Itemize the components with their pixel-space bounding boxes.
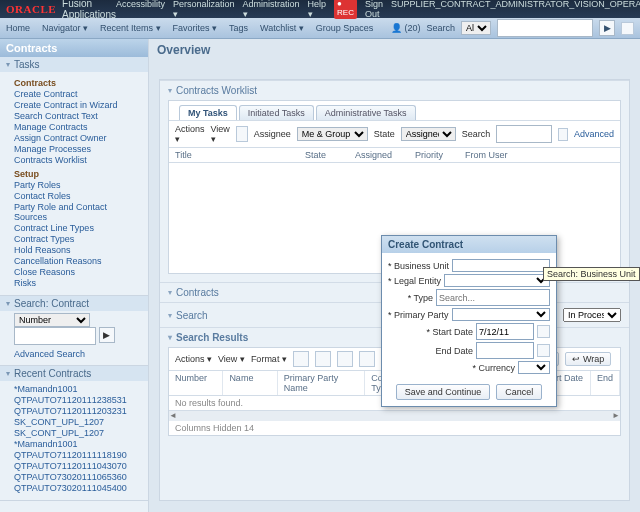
link-create-contract[interactable]: Create Contract [14, 89, 142, 99]
rec-badge: ● REC [334, 0, 357, 19]
menu-home[interactable]: Home [6, 23, 30, 33]
state-select[interactable]: Assigned [401, 127, 456, 141]
user-name: SUPPLIER_CONTRACT_ADMINISTRATOR_VISION_O… [391, 0, 640, 19]
recent-header[interactable]: Recent Contracts [0, 366, 148, 381]
recent-item[interactable]: SK_CONT_UPL_1207 [14, 417, 142, 427]
search-go[interactable]: ▶ [99, 327, 115, 343]
col-title[interactable]: Title [175, 150, 295, 160]
global-search-scope[interactable]: All ▾ [461, 21, 491, 35]
menu-watchlist[interactable]: Watchlist ▾ [260, 23, 304, 33]
col-state[interactable]: State [305, 150, 345, 160]
refresh-icon[interactable] [236, 126, 248, 142]
worklist-actions[interactable]: Actions ▾ [175, 124, 205, 144]
link-line-types[interactable]: Contract Line Types [14, 223, 142, 233]
watch-count[interactable]: 👤 (20) [391, 23, 421, 33]
col-end[interactable]: End [591, 371, 620, 395]
wrap-button[interactable]: ↩ Wrap [565, 352, 611, 366]
menu-favorites[interactable]: Favorites ▾ [173, 23, 218, 33]
link-cancel-reasons[interactable]: Cancellation Reasons [14, 256, 142, 266]
link-search-text[interactable]: Search Contract Text [14, 111, 142, 121]
pp-select[interactable] [452, 308, 550, 321]
save-continue-button[interactable]: Save and Continue [396, 384, 491, 400]
link-party-roles[interactable]: Party Roles [14, 180, 142, 190]
favorite-icon[interactable] [621, 22, 634, 35]
recent-item[interactable]: *Mamandn1001 [14, 384, 142, 394]
worklist-header[interactable]: Contracts Worklist [160, 80, 629, 100]
menu-tags[interactable]: Tags [229, 23, 248, 33]
link-party-sources[interactable]: Party Role and Contact Sources [14, 202, 142, 222]
col-assigned[interactable]: Assigned [355, 150, 405, 160]
global-search-go[interactable]: ▶ [599, 20, 615, 36]
bu-label: Business Unit [388, 261, 449, 271]
search-value-input[interactable] [14, 327, 96, 345]
le-select[interactable] [444, 274, 550, 287]
sr-format[interactable]: Format ▾ [251, 354, 287, 364]
ed-input[interactable] [476, 342, 534, 359]
link-help[interactable]: Help ▾ [308, 0, 327, 19]
type-input[interactable] [436, 289, 550, 306]
col-name[interactable]: Name [223, 371, 277, 395]
create-contract-dialog: Create Contract Business UnitVision Oper… [381, 235, 557, 407]
search-field-select[interactable]: Number [14, 313, 90, 327]
sidebar-title: Contracts [0, 39, 148, 57]
bu-tooltip: Search: Business Unit [543, 267, 640, 281]
link-administration[interactable]: Administration ▾ [243, 0, 300, 19]
new-icon[interactable] [293, 351, 309, 367]
recent-item[interactable]: *Mamandn1001 [14, 439, 142, 449]
col-fromuser[interactable]: From User [465, 150, 508, 160]
delete-icon[interactable] [359, 351, 375, 367]
menu-navigator[interactable]: Navigator ▾ [42, 23, 88, 33]
link-manage-contracts[interactable]: Manage Contracts [14, 122, 142, 132]
cur-select[interactable] [518, 361, 550, 374]
sr-view[interactable]: View ▾ [218, 354, 245, 364]
global-search-input[interactable] [497, 19, 593, 37]
link-personalization[interactable]: Personalization ▾ [173, 0, 235, 19]
recent-item[interactable]: QTPAUTO73020111065360 [14, 472, 142, 482]
link-manage-processes[interactable]: Manage Processes [14, 144, 142, 154]
sr-actions[interactable]: Actions ▾ [175, 354, 212, 364]
link-contract-types[interactable]: Contract Types [14, 234, 142, 244]
recent-item[interactable]: QTPAUTO71120111238531 [14, 395, 142, 405]
link-hold-reasons[interactable]: Hold Reasons [14, 245, 142, 255]
tab-initiated[interactable]: Initiated Tasks [239, 105, 314, 120]
link-worklist[interactable]: Contracts Worklist [14, 155, 142, 165]
link-create-wizard[interactable]: Create Contract in Wizard [14, 100, 142, 110]
recent-item[interactable]: QTPAUTO73020111045400 [14, 483, 142, 493]
link-assign-owner[interactable]: Assign Contract Owner [14, 133, 142, 143]
h-scrollbar[interactable] [169, 410, 620, 421]
link-signout[interactable]: Sign Out [365, 0, 383, 19]
link-risks[interactable]: Risks [14, 278, 142, 288]
recent-item[interactable]: QTPAUTO71120111043070 [14, 461, 142, 471]
cancel-button[interactable]: Cancel [496, 384, 542, 400]
tab-my-tasks[interactable]: My Tasks [179, 105, 237, 120]
calendar-icon[interactable] [537, 325, 550, 338]
col-priority[interactable]: Priority [415, 150, 455, 160]
advanced-search-link[interactable]: Advanced Search [14, 349, 142, 359]
recent-item[interactable]: SK_CONT_UPL_1207 [14, 428, 142, 438]
wl-search-input[interactable] [496, 125, 552, 143]
menu-groupspaces[interactable]: Group Spaces [316, 23, 374, 33]
recent-item[interactable]: QTPAUTO71120111118190 [14, 450, 142, 460]
sd-input[interactable] [476, 323, 534, 340]
menu-recent[interactable]: Recent Items ▾ [100, 23, 161, 33]
link-close-reasons[interactable]: Close Reasons [14, 267, 142, 277]
calendar-icon[interactable] [537, 344, 550, 357]
col-ppn[interactable]: Primary Party Name [278, 371, 365, 395]
link-accessibility[interactable]: Accessibility [116, 0, 165, 19]
duplicate-icon[interactable] [315, 351, 331, 367]
worklist-view[interactable]: View ▾ [211, 124, 230, 144]
assignee-select[interactable]: Me & Group [297, 127, 368, 141]
tab-admin[interactable]: Administrative Tasks [316, 105, 416, 120]
recent-item[interactable]: QTPAUTO71120111203231 [14, 406, 142, 416]
type-label: Type [408, 293, 433, 303]
saved-search-select[interactable]: In Process [563, 308, 621, 322]
search-header[interactable]: Search: Contract [0, 296, 148, 311]
cur-label: Currency [472, 363, 515, 373]
wl-advanced[interactable]: Advanced [574, 129, 614, 139]
link-contact-roles[interactable]: Contact Roles [14, 191, 142, 201]
bu-select[interactable]: Vision Operations [452, 259, 550, 272]
tasks-header[interactable]: Tasks [0, 57, 148, 72]
col-number[interactable]: Number [169, 371, 223, 395]
wl-search-icon[interactable] [558, 128, 568, 141]
edit-icon[interactable] [337, 351, 353, 367]
